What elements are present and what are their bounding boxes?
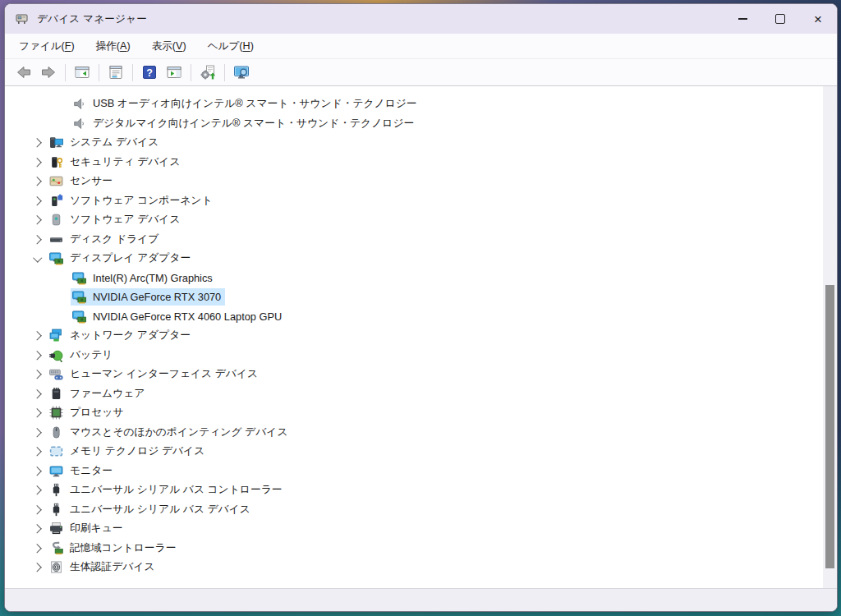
tree-item-label: ヒューマン インターフェイス デバイス (70, 367, 258, 381)
tree-item-content[interactable]: デジタルマイク向けインテル® スマート・サウンド・テクノロジー (71, 115, 418, 132)
collapse-chevron-icon[interactable] (28, 249, 48, 269)
biometric-icon (49, 560, 63, 574)
tree-item[interactable]: ディスク ドライブ (5, 230, 823, 250)
tree-item-content[interactable]: マウスとそのほかのポインティング デバイス (48, 424, 292, 441)
toolbar: ? (5, 59, 837, 86)
expand-chevron-icon[interactable] (28, 462, 48, 481)
tree-item-content[interactable]: バッテリ (48, 347, 117, 364)
expand-chevron-icon[interactable] (28, 442, 48, 462)
tree-item-content[interactable]: ユニバーサル シリアル バス コントローラー (48, 481, 287, 499)
tree-item-selected[interactable]: NVIDIA GeForce RTX 3070 (71, 288, 225, 306)
forward-button[interactable] (36, 62, 61, 83)
tree-item-label: Intel(R) Arc(TM) Graphics (93, 272, 213, 284)
expand-chevron-icon[interactable] (28, 519, 48, 539)
title-bar[interactable]: デバイス マネージャー × (5, 4, 837, 34)
tree-item[interactable]: ネットワーク アダプター (5, 326, 823, 346)
tree-item-content[interactable]: 生体認証デバイス (48, 559, 159, 576)
tree-item[interactable]: ディスプレイ アダプター (5, 249, 823, 269)
maximize-button[interactable] (761, 4, 799, 34)
minimize-button[interactable] (724, 4, 761, 34)
expand-chevron-icon[interactable] (28, 153, 48, 172)
expand-chevron-icon[interactable] (28, 423, 48, 443)
close-button[interactable]: × (799, 4, 837, 34)
properties-icon (108, 64, 124, 80)
tree-item-content[interactable]: ファームウェア (48, 385, 149, 402)
tree-item-content[interactable]: 印刷キュー (48, 520, 127, 537)
tree-item[interactable]: デジタルマイク向けインテル® スマート・サウンド・テクノロジー (5, 114, 823, 134)
help-button[interactable]: ? (137, 62, 162, 83)
tree-item-content[interactable]: ソフトウェア デバイス (48, 211, 185, 228)
tree-item-label: マウスとそのほかのポインティング デバイス (70, 425, 288, 439)
tree-item[interactable]: 記憶域コントローラー (5, 539, 823, 559)
tree-item-label: バッテリ (70, 348, 113, 362)
expand-chevron-icon[interactable] (28, 500, 48, 520)
tree-item-content[interactable]: ソフトウェア コンポーネント (48, 192, 217, 209)
expand-chevron-icon[interactable] (28, 480, 48, 500)
tree-item[interactable]: マウスとそのほかのポインティング デバイス (5, 423, 823, 443)
tree-item[interactable]: NVIDIA GeForce RTX 4060 Laptop GPU (5, 307, 823, 327)
tree-item-content[interactable]: システム デバイス (48, 134, 163, 151)
tree-item[interactable]: ファームウェア (5, 384, 823, 404)
expand-chevron-icon[interactable] (28, 326, 48, 346)
vertical-scrollbar[interactable] (823, 86, 837, 588)
tree-item-content[interactable]: センサー (48, 172, 117, 190)
system-devices-icon (49, 136, 63, 149)
tree-item[interactable]: システム デバイス (5, 133, 823, 153)
tree-item[interactable]: 生体認証デバイス (5, 558, 823, 577)
window-title: デバイス マネージャー (37, 12, 147, 26)
tree-item-label: プロセッサ (70, 406, 123, 420)
expand-chevron-icon[interactable] (28, 384, 48, 404)
tree-item-content[interactable]: ディスク ドライブ (48, 231, 163, 248)
tree-item[interactable]: ソフトウェア コンポーネント (5, 191, 823, 211)
tree-item-content[interactable]: NVIDIA GeForce RTX 4060 Laptop GPU (71, 308, 286, 325)
menu-action[interactable]: 操作(A) (88, 36, 139, 57)
tree-item[interactable]: NVIDIA GeForce RTX 3070 (5, 287, 823, 307)
tree-item-content[interactable]: ヒューマン インターフェイス デバイス (48, 365, 262, 383)
tree-item[interactable]: ユニバーサル シリアル バス コントローラー (5, 480, 823, 500)
tree-item[interactable]: ソフトウェア デバイス (5, 210, 823, 230)
show-console-tree-button[interactable] (70, 62, 94, 83)
expand-chevron-icon[interactable] (28, 210, 48, 230)
expand-chevron-icon[interactable] (28, 539, 48, 559)
tree-item-content[interactable]: ディスプレイ アダプター (48, 250, 195, 267)
expand-chevron-icon[interactable] (28, 558, 48, 577)
tree-item[interactable]: プロセッサ (5, 403, 823, 423)
tree-item-content[interactable]: モニター (48, 462, 117, 480)
properties-button[interactable] (103, 62, 128, 83)
battery-icon (49, 348, 63, 362)
tree-item-content[interactable]: セキュリティ デバイス (48, 154, 185, 171)
tree-item[interactable]: センサー (5, 172, 823, 191)
tree-item[interactable]: セキュリティ デバイス (5, 153, 823, 172)
tree-item-content[interactable]: メモリ テクノロジ デバイス (48, 443, 209, 460)
menu-file[interactable]: ファイル(F) (11, 36, 83, 57)
tree-item[interactable]: Intel(R) Arc(TM) Graphics (5, 269, 823, 288)
tree-item[interactable]: メモリ テクノロジ デバイス (5, 442, 823, 462)
show-action-pane-button[interactable] (162, 62, 186, 83)
tree-item[interactable]: ユニバーサル シリアル バス デバイス (5, 500, 823, 520)
tree-item[interactable]: ヒューマン インターフェイス デバイス (5, 365, 823, 384)
tree-item-content[interactable]: USB オーディオ向けインテル® スマート・サウンド・テクノロジー (71, 95, 421, 113)
scan-hardware-changes-button[interactable] (229, 62, 254, 83)
back-button[interactable] (11, 62, 36, 83)
expand-chevron-icon[interactable] (28, 172, 48, 191)
expand-chevron-icon[interactable] (28, 230, 48, 250)
scrollbar-thumb[interactable] (825, 285, 834, 568)
menu-view[interactable]: 表示(V) (144, 36, 195, 57)
add-drivers-button[interactable] (195, 62, 220, 83)
tree-item-content[interactable]: 記憶域コントローラー (48, 540, 180, 557)
expand-chevron-icon[interactable] (28, 403, 48, 423)
tree-item-content[interactable]: プロセッサ (48, 404, 127, 421)
expand-chevron-icon[interactable] (28, 346, 48, 365)
expand-chevron-icon[interactable] (28, 365, 48, 384)
tree-item-content[interactable]: ユニバーサル シリアル バス デバイス (48, 501, 255, 518)
tree-item[interactable]: USB オーディオ向けインテル® スマート・サウンド・テクノロジー (5, 94, 823, 114)
menu-help[interactable]: ヘルプ(H) (200, 36, 262, 57)
tree-item[interactable]: 印刷キュー (5, 519, 823, 539)
tree-item-content[interactable]: Intel(R) Arc(TM) Graphics (71, 269, 217, 287)
expand-chevron-icon[interactable] (28, 191, 48, 211)
tree-item[interactable]: バッテリ (5, 346, 823, 365)
tree-item-label: セキュリティ デバイス (70, 155, 181, 169)
tree-item[interactable]: モニター (5, 462, 823, 481)
tree-item-content[interactable]: ネットワーク アダプター (48, 327, 195, 344)
expand-chevron-icon[interactable] (28, 133, 48, 153)
